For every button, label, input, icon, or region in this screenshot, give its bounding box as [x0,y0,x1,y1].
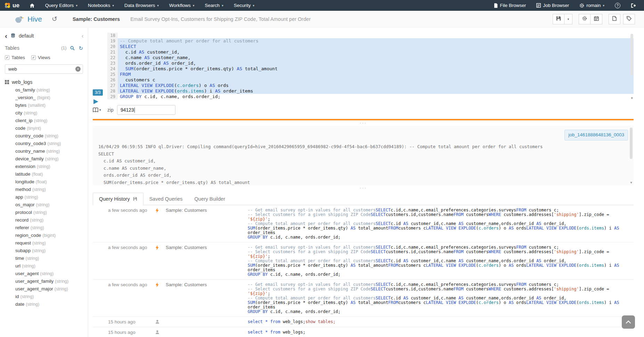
column-item[interactable]: time(string) [0,255,88,262]
home-button[interactable] [24,0,40,11]
editor-scrollbar[interactable] [630,34,633,75]
filter-tables-checkbox[interactable]: Tables [5,55,25,60]
column-item[interactable]: request(string) [0,239,88,247]
query-history-icon[interactable]: ↺ [52,16,57,22]
chevron-down-icon: ▾ [253,4,255,7]
result-tabs: Query HistorySaved QueriesQuery Builder [93,193,634,205]
help-button[interactable]: ? [610,0,626,11]
resize-handle[interactable]: ··· [93,121,634,126]
column-item[interactable]: _version_(bigint) [0,94,88,102]
code-editor[interactable]: 1819-- Compute total amount per order fo… [107,33,634,99]
menu-query-editors[interactable]: Query Editors▾ [40,0,83,11]
column-item[interactable]: method(string) [0,186,88,193]
job-browser-link[interactable]: Job Browser [531,0,574,11]
column-item[interactable]: user_agent(string) [0,270,88,278]
file-browser-link[interactable]: File Browser [489,0,531,11]
table-item[interactable]: web_logs [0,78,88,86]
hive-logo [14,15,24,24]
schedule-button[interactable] [591,14,602,24]
variable-input[interactable]: 94123 [117,105,175,115]
column-item[interactable]: device_family(string) [0,155,88,163]
search-icon[interactable] [70,46,75,50]
log-scrollbar[interactable] [630,128,633,159]
scroll-to-top-button[interactable] [622,315,635,329]
filter-views-checkbox[interactable]: Views [31,55,50,60]
line-number: 27 [107,83,118,88]
hue-brand[interactable]: ue [0,2,24,9]
history-row[interactable]: a few seconds agoSample: Customers-- Get… [93,242,634,280]
tab-saved-queries[interactable]: Saved Queries [143,193,189,205]
column-item[interactable]: longitude(float) [0,178,88,186]
scroll-down-icon[interactable]: ▼ [630,181,632,184]
column-item[interactable]: protocol(string) [0,209,88,216]
tab-query-history[interactable]: Query History [93,193,143,205]
history-row[interactable]: 15 hours agoselect * from web_logs; [93,327,634,337]
column-item[interactable]: region_code(bigint) [0,232,88,239]
column-item[interactable]: os_family(string) [0,86,88,94]
column-item[interactable]: os_major(string) [0,201,88,209]
user-menu[interactable]: romain ▾ [574,0,610,11]
topnav-menus: Query Editors▾Notebooks▾Data Browsers▾Wo… [40,0,259,11]
column-item[interactable]: app(string) [0,193,88,201]
history-row[interactable]: a few seconds agoSample: Customers-- Get… [93,280,634,317]
clear-search-icon[interactable]: × [75,66,81,72]
scroll-down-icon[interactable]: ▼ [631,97,633,100]
log-panel[interactable]: 16/04/29 06:59:55 INFO ql.Driver: Compil… [93,126,634,185]
top-navbar: ue Query Editors▾Notebooks▾Data Browsers… [0,0,644,11]
execute-button[interactable]: ▶ [93,98,98,104]
column-item[interactable]: country_name(string) [0,147,88,155]
column-item[interactable]: url(string) [0,262,88,270]
column-item[interactable]: country_code(string) [0,132,88,140]
save-button[interactable] [553,14,564,24]
column-item[interactable]: user_agent_major(string) [0,285,88,293]
tab-query-builder[interactable]: Query Builder [189,193,231,205]
resize-handle[interactable]: ··· [93,186,634,191]
editor-line: 26 customers c [107,77,634,83]
save-icon[interactable] [133,197,137,201]
settings-button[interactable] [579,14,591,24]
column-item[interactable]: id(string) [0,293,88,300]
history-query: select * from web_logs; [248,330,634,335]
column-item[interactable]: country_code3(string) [0,140,88,147]
statement-count-badge: 3/3 [93,89,103,96]
column-item[interactable]: bytes(smallint) [0,102,88,109]
back-arrow-icon[interactable]: ‹ [5,32,7,39]
menu-notebooks[interactable]: Notebooks▾ [83,0,119,11]
column-item[interactable]: latitude(float) [0,170,88,178]
history-row[interactable]: 15 hours agoselect * from web_logs;show … [93,317,634,327]
column-item[interactable]: record(string) [0,216,88,224]
column-item[interactable]: subapp(string) [0,247,88,255]
tags-button[interactable] [623,14,635,24]
history-row[interactable]: a few seconds agoSample: Customers-- Get… [93,205,634,242]
line-number: 26 [107,77,118,83]
table-search-input[interactable] [5,64,83,74]
editor-line: 21 c.id AS customer_id, [107,49,634,55]
editor-line: 24 SUM(order_items.price * order_items.q… [107,66,634,72]
column-item[interactable]: user_agent_family(string) [0,278,88,285]
menu-security[interactable]: Security▾ [229,0,259,11]
refresh-icon[interactable]: ↻ [79,46,83,51]
editor-line: 25FROM [107,72,634,77]
save-icon [556,16,561,22]
dictionary-button[interactable]: ▾ [93,107,107,112]
job-link[interactable]: job_1461888648136_0003 [564,130,628,141]
collapse-panel-icon[interactable]: ‹ [82,32,84,39]
chevron-down-icon: ▾ [222,4,223,7]
column-item[interactable]: city(string) [0,109,88,117]
column-item[interactable]: client_ip(string) [0,117,88,125]
menu-search[interactable]: Search▾ [200,0,229,11]
gears-icon [579,3,584,8]
column-item[interactable]: referer(string) [0,224,88,232]
column-item[interactable]: date(string) [0,300,88,308]
save-dropdown-button[interactable]: ▾ [564,14,572,24]
history-time: a few seconds ago [93,282,155,287]
database-name[interactable]: default [19,33,34,39]
app-name[interactable]: Hive [27,15,42,23]
menu-workflows[interactable]: Workflows▾ [164,0,200,11]
history-query: select * from web_logs;show tables; [248,319,634,324]
export-button[interactable] [609,14,620,24]
menu-data-browsers[interactable]: Data Browsers▾ [119,0,164,11]
sign-out-button[interactable] [626,0,641,11]
column-item[interactable]: code(tinyint) [0,125,88,132]
column-item[interactable]: extension(string) [0,163,88,170]
